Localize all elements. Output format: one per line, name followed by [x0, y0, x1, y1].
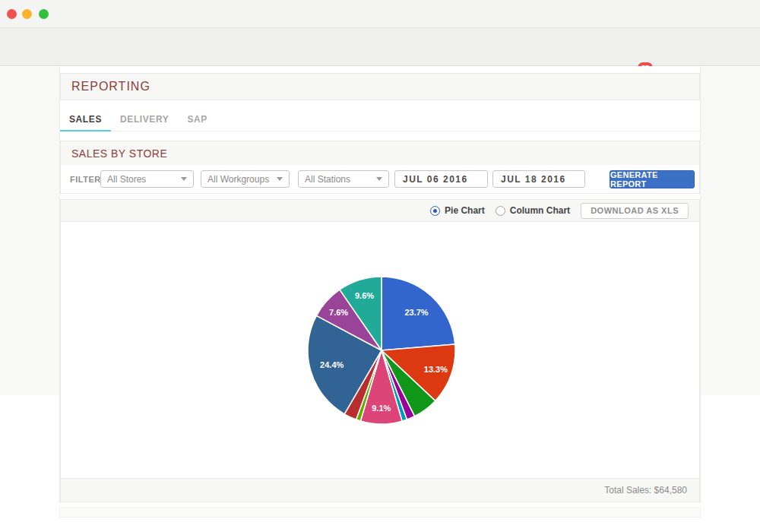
- generate-report-button[interactable]: GENERATE REPORT: [610, 170, 695, 188]
- window-title-bar: [0, 0, 760, 28]
- svg-text:23.7%: 23.7%: [404, 308, 428, 317]
- download-xls-button[interactable]: DOWNLOAD AS XLS: [581, 203, 689, 219]
- pie-chart: 23.7%13.3%9.1%24.4%7.6%9.6%: [298, 267, 465, 434]
- date-from-field[interactable]: JUL 06 2016: [394, 170, 488, 188]
- svg-text:24.4%: 24.4%: [320, 360, 344, 369]
- chevron-down-icon: [376, 177, 382, 181]
- svg-text:9.1%: 9.1%: [372, 404, 391, 413]
- stations-dropdown-value: All Stations: [305, 174, 350, 185]
- close-window-icon[interactable]: [7, 9, 17, 19]
- column-chart-radio[interactable]: Column Chart: [496, 205, 570, 216]
- stores-dropdown[interactable]: All Stores: [100, 170, 194, 188]
- filter-row: FILTER All Stores All Workgroups All Sta…: [60, 165, 700, 194]
- maximize-window-icon[interactable]: [39, 9, 49, 19]
- section-title: SALES BY STORE: [71, 147, 167, 160]
- svg-text:13.3%: 13.3%: [424, 365, 448, 374]
- chart-panel: Pie Chart Column Chart DOWNLOAD AS XLS 2…: [60, 199, 700, 502]
- total-sales-bar: Total Sales: $64,580: [61, 478, 699, 502]
- svg-text:7.6%: 7.6%: [329, 308, 348, 317]
- date-to-field[interactable]: JUL 18 2016: [492, 170, 585, 188]
- section-header: SALES BY STORE: [60, 141, 700, 166]
- page-title-bar: REPORTING: [60, 73, 700, 100]
- stores-dropdown-value: All Stores: [107, 174, 146, 185]
- tab-sap[interactable]: SAP: [178, 109, 216, 131]
- next-section-strip: [59, 507, 701, 518]
- tab-sales[interactable]: SALES: [60, 109, 111, 131]
- filter-label: FILTER: [70, 175, 101, 184]
- main-content: REPORTING SALES DELIVERY SAP SALES BY ST…: [59, 66, 701, 503]
- pie-chart-radio[interactable]: Pie Chart: [430, 205, 485, 216]
- chevron-down-icon: [181, 177, 187, 181]
- radio-icon: [430, 206, 440, 216]
- pie-chart-radio-label: Pie Chart: [445, 205, 485, 216]
- report-tabs: SALES DELIVERY SAP: [60, 109, 700, 131]
- workgroups-dropdown-value: All Workgroups: [207, 174, 269, 185]
- svg-text:9.6%: 9.6%: [355, 291, 374, 300]
- minimize-window-icon[interactable]: [22, 9, 32, 19]
- stations-dropdown[interactable]: All Stations: [298, 170, 389, 188]
- radio-icon: [496, 206, 505, 216]
- total-sales-text: Total Sales: $64,580: [604, 485, 687, 496]
- page-background-right: [701, 67, 760, 395]
- tab-delivery[interactable]: DELIVERY: [111, 109, 178, 131]
- page-title: REPORTING: [71, 80, 150, 93]
- workgroups-dropdown[interactable]: All Workgroups: [201, 170, 290, 188]
- chevron-down-icon: [277, 177, 283, 181]
- page-background-left: [0, 67, 59, 395]
- column-chart-radio-label: Column Chart: [510, 205, 570, 216]
- app-header: Super 35: [0, 28, 760, 66]
- chart-controls: Pie Chart Column Chart DOWNLOAD AS XLS: [61, 200, 699, 222]
